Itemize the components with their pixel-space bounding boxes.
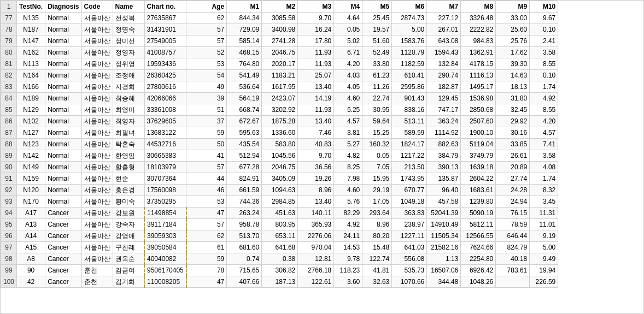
cell-i[interactable]: 970.04 xyxy=(298,242,334,253)
cell-j[interactable]: 4.60 xyxy=(334,93,362,104)
table-row[interactable]: 96A14Cancer서울아산강영애3905930362513.70653.11… xyxy=(1,230,558,242)
cell-i[interactable]: 13.40 xyxy=(298,81,334,93)
cell-d[interactable]: 정영자 xyxy=(113,47,144,58)
cell-c[interactable]: 춘천 xyxy=(81,265,113,276)
cell-l[interactable]: 1227.11 xyxy=(392,230,427,242)
cell-c[interactable]: 서울아산 xyxy=(81,208,113,219)
cell-p[interactable]: 7.41 xyxy=(530,139,558,150)
cell-b[interactable]: Normal xyxy=(45,139,81,150)
cell-o[interactable]: 30.16 xyxy=(496,127,530,139)
cell-c[interactable]: 서울아산 xyxy=(81,162,113,173)
cell-d[interactable]: 권옥순 xyxy=(113,253,144,265)
cell-rownum[interactable]: 82 xyxy=(1,70,17,81)
cell-c[interactable]: 서울아산 xyxy=(81,230,113,242)
cell-h[interactable]: 1617.95 xyxy=(262,81,298,93)
cell-k[interactable]: 80.20 xyxy=(362,230,392,242)
cell-e[interactable]: 9506170405 xyxy=(144,265,186,276)
cell-i[interactable]: 9.70 xyxy=(298,13,334,24)
cell-k[interactable]: 33.80 xyxy=(362,58,392,70)
cell-j[interactable]: 5.25 xyxy=(334,104,362,116)
cell-i[interactable]: 2276.06 xyxy=(298,230,334,242)
cell-f[interactable]: 47 xyxy=(186,276,227,288)
cell-h[interactable]: 2046.75 xyxy=(262,162,298,173)
cell-i[interactable]: 17.80 xyxy=(298,35,334,47)
cell-b[interactable]: Normal xyxy=(45,116,81,127)
cell-g[interactable]: 681.60 xyxy=(227,242,262,253)
cell-g[interactable]: 595.63 xyxy=(227,127,262,139)
cell-b[interactable]: Cancer xyxy=(45,265,81,276)
cell-a[interactable]: N123 xyxy=(17,139,45,150)
cell-a[interactable]: A17 xyxy=(17,208,45,219)
cell-c[interactable]: 서울아산 xyxy=(81,219,113,230)
cell-m[interactable]: 135.87 xyxy=(427,173,461,185)
cell-g[interactable]: 715.65 xyxy=(227,265,262,276)
cell-a[interactable]: N120 xyxy=(17,185,45,196)
cell-i[interactable]: 19.26 xyxy=(298,173,334,185)
cell-e[interactable]: 33361008 xyxy=(144,104,186,116)
cell-p[interactable]: 0.10 xyxy=(530,24,558,35)
table-row[interactable]: 81N113Normal서울아산정위영1959343653764.802020.… xyxy=(1,58,558,70)
cell-f[interactable]: 37 xyxy=(186,116,227,127)
cell-n[interactable]: 2507.60 xyxy=(461,116,496,127)
table-row[interactable]: 79N147Normal서울아산정미선2754900557585.142741.… xyxy=(1,35,558,47)
cell-l[interactable]: 1217.22 xyxy=(392,150,427,162)
cell-d[interactable]: 강영애 xyxy=(113,230,144,242)
cell-rownum[interactable]: 89 xyxy=(1,150,17,162)
cell-rownum[interactable]: 100 xyxy=(1,276,17,288)
cell-i[interactable]: 365.93 xyxy=(298,219,334,230)
table-row[interactable]: 77N135Normal서울아산전성복2763586762844.343085.… xyxy=(1,13,558,24)
cell-rownum[interactable]: 80 xyxy=(1,47,17,58)
cell-m[interactable]: 182.87 xyxy=(427,81,461,93)
cell-e[interactable]: 27800616 xyxy=(144,81,186,93)
cell-g[interactable]: 729.09 xyxy=(227,24,262,35)
cell-j[interactable]: 5.27 xyxy=(334,139,362,150)
cell-l[interactable]: 1824.17 xyxy=(392,139,427,150)
cell-p[interactable]: 8.32 xyxy=(530,185,558,196)
cell-m[interactable]: 882.63 xyxy=(427,139,461,150)
cell-n[interactable]: 1239.80 xyxy=(461,196,496,208)
cell-c[interactable]: 춘천 xyxy=(81,276,113,288)
cell-b[interactable]: Normal xyxy=(45,70,81,81)
cell-o[interactable]: 40.18 xyxy=(496,253,530,265)
cell-g[interactable]: 407.66 xyxy=(227,276,262,288)
cell-e[interactable]: 37629605 xyxy=(144,116,186,127)
cell-o[interactable]: 39.30 xyxy=(496,58,530,70)
cell-d[interactable]: 최승혜 xyxy=(113,93,144,104)
cell-rownum[interactable]: 77 xyxy=(1,13,17,24)
cell-j[interactable]: 9.78 xyxy=(334,253,362,265)
cell-c[interactable]: 서울아산 xyxy=(81,13,113,24)
cell-l[interactable]: 1583.76 xyxy=(392,35,427,47)
cell-m[interactable]: 21582.16 xyxy=(427,242,461,253)
cell-e[interactable]: 44532716 xyxy=(144,139,186,150)
cell-l[interactable]: 535.73 xyxy=(392,265,427,276)
cell-g[interactable]: 668.74 xyxy=(227,104,262,116)
cell-d[interactable]: 정명숙 xyxy=(113,24,144,35)
cell-n[interactable]: 2222.82 xyxy=(461,24,496,35)
table-row[interactable]: 95A13Cancer서울아산강숙자3911718457958.78803.95… xyxy=(1,219,558,230)
cell-e[interactable]: 18103979 xyxy=(144,162,186,173)
cell-n[interactable]: 5119.04 xyxy=(461,139,496,150)
cell-o[interactable]: 14.63 xyxy=(496,70,530,81)
cell-b[interactable]: Normal xyxy=(45,162,81,173)
cell-n[interactable]: 1536.98 xyxy=(461,93,496,104)
cell-n[interactable]: 1362.91 xyxy=(461,47,496,58)
cell-c[interactable]: 서울아산 xyxy=(81,81,113,93)
cell-o[interactable]: 25.60 xyxy=(496,24,530,35)
cell-j[interactable]: 82.29 xyxy=(334,208,362,219)
cell-p[interactable]: 5.00 xyxy=(530,242,558,253)
cell-j[interactable]: 4.82 xyxy=(334,150,362,162)
cell-n[interactable]: 1639.18 xyxy=(461,162,496,173)
cell-g[interactable]: 541.49 xyxy=(227,70,262,81)
cell-i[interactable]: 140.11 xyxy=(298,208,334,219)
cell-d[interactable]: 최필녀 xyxy=(113,127,144,139)
cell-e[interactable]: 110008205 xyxy=(144,276,186,288)
cell-o[interactable]: 33.85 xyxy=(496,139,530,150)
cell-rownum[interactable]: 92 xyxy=(1,185,17,196)
cell-f[interactable]: 52 xyxy=(186,47,227,58)
cell-g[interactable]: 958.78 xyxy=(227,219,262,230)
cell-g[interactable]: 263.24 xyxy=(227,208,262,219)
cell-rownum[interactable]: 93 xyxy=(1,196,17,208)
cell-j[interactable]: 5.76 xyxy=(334,196,362,208)
cell-k[interactable]: 61.23 xyxy=(362,70,392,81)
cell-c[interactable]: 서울아산 xyxy=(81,185,113,196)
